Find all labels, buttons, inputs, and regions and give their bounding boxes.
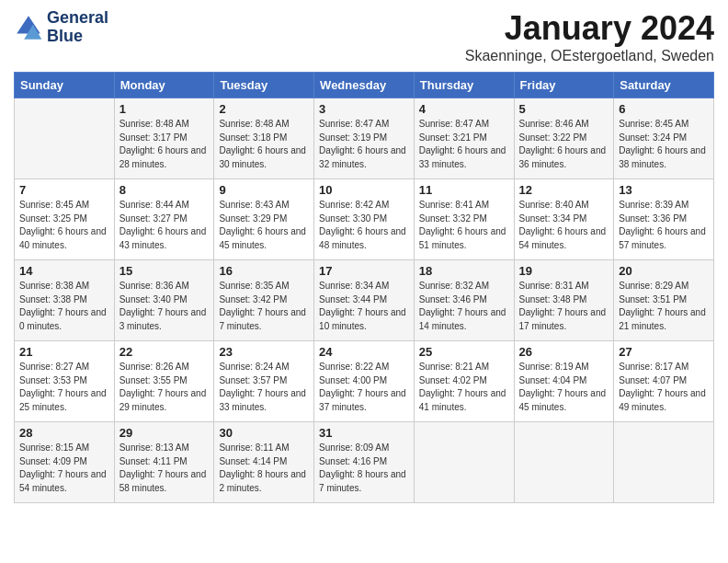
weekday-header-tuesday: Tuesday (214, 73, 314, 98)
calendar-cell: 22Sunrise: 8:26 AMSunset: 3:55 PMDayligh… (114, 341, 214, 422)
calendar-cell: 19Sunrise: 8:31 AMSunset: 3:48 PMDayligh… (514, 260, 614, 341)
weekday-header-sunday: Sunday (15, 73, 115, 98)
month-title: January 2024 (465, 9, 714, 48)
day-number: 18 (419, 264, 509, 278)
day-info: Sunrise: 8:09 AMSunset: 4:16 PMDaylight:… (319, 442, 409, 495)
calendar-week-row: 14Sunrise: 8:38 AMSunset: 3:38 PMDayligh… (15, 260, 714, 341)
calendar-cell: 12Sunrise: 8:40 AMSunset: 3:34 PMDayligh… (514, 179, 614, 260)
day-number: 25 (419, 345, 509, 359)
day-info: Sunrise: 8:46 AMSunset: 3:22 PMDaylight:… (519, 118, 609, 171)
day-info: Sunrise: 8:41 AMSunset: 3:32 PMDaylight:… (419, 199, 509, 252)
day-number: 27 (619, 345, 709, 359)
day-info: Sunrise: 8:27 AMSunset: 3:53 PMDaylight:… (19, 361, 109, 414)
weekday-header-friday: Friday (514, 73, 614, 98)
calendar-cell: 14Sunrise: 8:38 AMSunset: 3:38 PMDayligh… (15, 260, 115, 341)
day-number: 30 (219, 426, 309, 440)
day-info: Sunrise: 8:26 AMSunset: 3:55 PMDaylight:… (119, 361, 210, 414)
day-number: 1 (119, 102, 210, 116)
day-info: Sunrise: 8:48 AMSunset: 3:17 PMDaylight:… (119, 118, 210, 171)
logo: General Blue (14, 9, 108, 46)
day-info: Sunrise: 8:13 AMSunset: 4:11 PMDaylight:… (119, 442, 210, 495)
weekday-header-monday: Monday (114, 73, 214, 98)
calendar-cell (514, 422, 614, 503)
calendar-body: 1Sunrise: 8:48 AMSunset: 3:17 PMDaylight… (15, 98, 714, 503)
day-number: 3 (319, 102, 409, 116)
calendar-header-row: SundayMondayTuesdayWednesdayThursdayFrid… (15, 73, 714, 98)
day-info: Sunrise: 8:38 AMSunset: 3:38 PMDaylight:… (19, 280, 109, 333)
calendar-cell: 21Sunrise: 8:27 AMSunset: 3:53 PMDayligh… (15, 341, 115, 422)
day-number: 23 (219, 345, 309, 359)
weekday-header-wednesday: Wednesday (314, 73, 415, 98)
calendar-cell: 30Sunrise: 8:11 AMSunset: 4:14 PMDayligh… (214, 422, 314, 503)
day-number: 9 (219, 183, 309, 197)
day-info: Sunrise: 8:29 AMSunset: 3:51 PMDaylight:… (619, 280, 709, 333)
day-number: 10 (319, 183, 409, 197)
day-number: 6 (619, 102, 709, 116)
calendar-cell: 20Sunrise: 8:29 AMSunset: 3:51 PMDayligh… (614, 260, 714, 341)
day-number: 17 (319, 264, 409, 278)
calendar-cell: 3Sunrise: 8:47 AMSunset: 3:19 PMDaylight… (314, 98, 415, 179)
day-number: 19 (519, 264, 609, 278)
weekday-header-saturday: Saturday (614, 73, 714, 98)
day-number: 15 (119, 264, 210, 278)
day-info: Sunrise: 8:17 AMSunset: 4:07 PMDaylight:… (619, 361, 709, 414)
calendar-cell: 31Sunrise: 8:09 AMSunset: 4:16 PMDayligh… (314, 422, 415, 503)
logo-icon (14, 13, 43, 42)
calendar-cell: 9Sunrise: 8:43 AMSunset: 3:29 PMDaylight… (214, 179, 314, 260)
day-number: 2 (219, 102, 309, 116)
day-info: Sunrise: 8:39 AMSunset: 3:36 PMDaylight:… (619, 199, 709, 252)
calendar-cell: 25Sunrise: 8:21 AMSunset: 4:02 PMDayligh… (414, 341, 514, 422)
day-info: Sunrise: 8:34 AMSunset: 3:44 PMDaylight:… (319, 280, 409, 333)
day-info: Sunrise: 8:35 AMSunset: 3:42 PMDaylight:… (219, 280, 309, 333)
calendar-cell: 4Sunrise: 8:47 AMSunset: 3:21 PMDaylight… (414, 98, 514, 179)
day-info: Sunrise: 8:31 AMSunset: 3:48 PMDaylight:… (519, 280, 609, 333)
day-info: Sunrise: 8:43 AMSunset: 3:29 PMDaylight:… (219, 199, 309, 252)
day-info: Sunrise: 8:36 AMSunset: 3:40 PMDaylight:… (119, 280, 210, 333)
day-info: Sunrise: 8:47 AMSunset: 3:19 PMDaylight:… (319, 118, 409, 171)
day-number: 28 (19, 426, 109, 440)
day-number: 22 (119, 345, 210, 359)
calendar-table: SundayMondayTuesdayWednesdayThursdayFrid… (14, 72, 714, 503)
day-number: 12 (519, 183, 609, 197)
title-area: January 2024 Skaenninge, OEstergoetland,… (465, 9, 714, 64)
calendar-cell: 2Sunrise: 8:48 AMSunset: 3:18 PMDaylight… (214, 98, 314, 179)
calendar-week-row: 7Sunrise: 8:45 AMSunset: 3:25 PMDaylight… (15, 179, 714, 260)
day-number: 4 (419, 102, 509, 116)
day-number: 7 (19, 183, 109, 197)
day-number: 16 (219, 264, 309, 278)
day-info: Sunrise: 8:15 AMSunset: 4:09 PMDaylight:… (19, 442, 109, 495)
calendar-cell: 8Sunrise: 8:44 AMSunset: 3:27 PMDaylight… (114, 179, 214, 260)
calendar-cell: 17Sunrise: 8:34 AMSunset: 3:44 PMDayligh… (314, 260, 415, 341)
day-number: 21 (19, 345, 109, 359)
logo-text: General Blue (47, 9, 108, 46)
day-number: 14 (19, 264, 109, 278)
day-info: Sunrise: 8:45 AMSunset: 3:25 PMDaylight:… (19, 199, 109, 252)
calendar-cell: 13Sunrise: 8:39 AMSunset: 3:36 PMDayligh… (614, 179, 714, 260)
calendar-cell: 24Sunrise: 8:22 AMSunset: 4:00 PMDayligh… (314, 341, 415, 422)
day-info: Sunrise: 8:45 AMSunset: 3:24 PMDaylight:… (619, 118, 709, 171)
svg-marker-0 (17, 16, 40, 33)
day-number: 8 (119, 183, 210, 197)
calendar-cell: 16Sunrise: 8:35 AMSunset: 3:42 PMDayligh… (214, 260, 314, 341)
day-number: 20 (619, 264, 709, 278)
day-number: 11 (419, 183, 509, 197)
day-number: 26 (519, 345, 609, 359)
calendar-week-row: 1Sunrise: 8:48 AMSunset: 3:17 PMDaylight… (15, 98, 714, 179)
calendar-cell (15, 98, 115, 179)
calendar-cell: 7Sunrise: 8:45 AMSunset: 3:25 PMDaylight… (15, 179, 115, 260)
day-number: 31 (319, 426, 409, 440)
calendar-week-row: 28Sunrise: 8:15 AMSunset: 4:09 PMDayligh… (15, 422, 714, 503)
calendar-cell: 18Sunrise: 8:32 AMSunset: 3:46 PMDayligh… (414, 260, 514, 341)
location-title: Skaenninge, OEstergoetland, Sweden (465, 48, 714, 64)
day-info: Sunrise: 8:44 AMSunset: 3:27 PMDaylight:… (119, 199, 210, 252)
day-info: Sunrise: 8:32 AMSunset: 3:46 PMDaylight:… (419, 280, 509, 333)
day-number: 13 (619, 183, 709, 197)
calendar-week-row: 21Sunrise: 8:27 AMSunset: 3:53 PMDayligh… (15, 341, 714, 422)
day-info: Sunrise: 8:11 AMSunset: 4:14 PMDaylight:… (219, 442, 309, 495)
calendar-cell: 5Sunrise: 8:46 AMSunset: 3:22 PMDaylight… (514, 98, 614, 179)
weekday-header-thursday: Thursday (414, 73, 514, 98)
calendar-cell: 23Sunrise: 8:24 AMSunset: 3:57 PMDayligh… (214, 341, 314, 422)
day-info: Sunrise: 8:21 AMSunset: 4:02 PMDaylight:… (419, 361, 509, 414)
calendar-cell: 27Sunrise: 8:17 AMSunset: 4:07 PMDayligh… (614, 341, 714, 422)
calendar-cell: 26Sunrise: 8:19 AMSunset: 4:04 PMDayligh… (514, 341, 614, 422)
